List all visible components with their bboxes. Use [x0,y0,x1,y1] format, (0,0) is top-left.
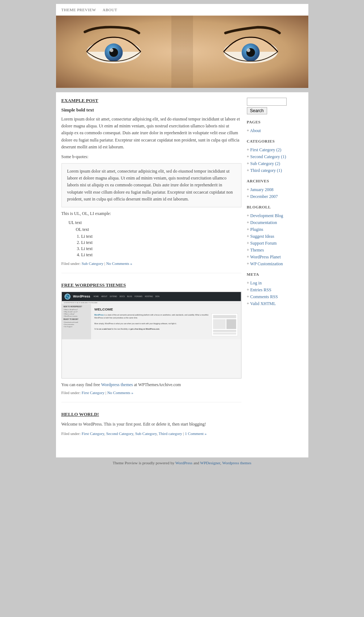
list-item: Comments RSS [247,294,303,300]
category-link-subcategory[interactable]: Sub Category [82,261,103,266]
search-input[interactable] [247,98,287,106]
footer-wordpress-link[interactable]: WordPress [175,461,192,465]
sidebar: Search PAGES About CATEGORIES First Cate… [247,98,303,312]
no-comments-link[interactable]: No Comments » [106,261,132,266]
bquotes-label: Some b-quotes: [61,154,241,160]
blogroll-docs[interactable]: Documentation [250,220,277,225]
main-container: EXAMPLE POST Simple bold text Lorem ipsu… [56,92,309,458]
post-title-link-free-themes[interactable]: FREE WORDPRESS THEMES [61,282,126,288]
list-item: Second Category (1) [247,154,303,160]
content-text: You can easy find free [61,382,101,387]
filed-under-label: Filed under: [61,431,82,436]
blogroll-list: Development Blog Documentation Plugins S… [247,213,303,267]
ordered-list: Li text Li text Li text Li text [81,234,241,258]
post-body-hello-world: Welcome to WordPress. This is your first… [61,421,241,428]
meta-list: Log in Entries RSS Comments RSS Valid XH… [247,280,303,307]
filed-under-label: Filed under: [61,261,82,266]
list-item: About [247,128,303,134]
post-title-example: EXAMPLE POST [61,98,241,103]
list-item: Valid XHTML [247,301,303,307]
categories-title: CATEGORIES [247,139,303,144]
wp-logo: WordPress [64,293,90,300]
cat-sub-link[interactable]: Sub Category (2) [250,161,280,166]
blockquote-content: Lorem ipsum dolor sit amet, consectetur … [61,163,241,207]
list-item: Support Forum [247,241,303,246]
blogroll-plugins[interactable]: Plugins [250,227,263,232]
content-suffix: at WPThemesArchive.com [134,382,181,387]
blogroll-themes[interactable]: Themes [250,248,264,253]
nav-about[interactable]: ABOUT [103,8,117,12]
archive-dec-2007[interactable]: December 2007 [250,194,278,199]
list-item: Li text [81,246,241,252]
post-title-free-themes: FREE WORDPRESS THEMES [61,282,241,288]
archives-list: January 2008 December 2007 [247,187,303,199]
blogroll-wpplanet[interactable]: WordPress Planet [250,254,281,259]
archives-widget: ARCHIVES January 2008 December 2007 [247,179,303,199]
list-item: Li text [81,252,241,258]
wp-mock-header: WordPress HOME ABOUT EXTEND DOCS BLOG FO… [62,292,241,301]
nav-theme-preview[interactable]: THEME PREVIEW [61,8,96,12]
category-second[interactable]: Second Category [106,431,133,436]
no-comments-link-2[interactable]: No Comments » [107,390,133,395]
meta-widget: META Log in Entries RSS Comments RSS Val… [247,272,303,307]
meta-valid-xhtml[interactable]: Valid XHTML [250,301,276,306]
svg-point-5 [110,48,113,52]
list-item: Plugins [247,227,303,232]
ol-label: OL text [76,227,241,232]
list-item: Themes [247,248,303,253]
post-meta-free-themes: Filed under: First Category | No Comment… [61,390,241,395]
category-sub[interactable]: Sub Category [135,431,157,436]
page-about-link[interactable]: About [250,128,261,133]
meta-title: META [247,272,303,278]
pages-title: PAGES [247,120,303,125]
list-item: January 2008 [247,187,303,193]
list-item: Documentation [247,220,303,225]
blogroll-wpcustom[interactable]: WP Customization [250,261,283,266]
categories-widget: CATEGORIES First Category (2) Second Cat… [247,139,303,173]
post-free-themes: FREE WORDPRESS THEMES WordP [61,282,241,402]
list-item: Li text [81,240,241,245]
post-title-hello-world: HELLO WORLD! [61,411,241,417]
footer-designer-link[interactable]: WPDesigner [200,461,220,465]
category-first[interactable]: First Category [82,431,104,436]
cat-third-link[interactable]: Third category (1) [250,168,282,173]
meta-comments-rss[interactable]: Comments RSS [250,294,278,299]
list-intro: This is UL, OL, LI example: [61,211,241,216]
blogroll-suggest[interactable]: Suggest Ideas [250,234,274,239]
list-item: December 2007 [247,194,303,199]
post-title-link-hello-world[interactable]: HELLO WORLD! [61,411,99,417]
wp-screenshot: WordPress HOME ABOUT EXTEND DOCS BLOG FO… [61,292,241,379]
post-hello-world: HELLO WORLD! Welcome to WordPress. This … [61,411,241,443]
meta-login[interactable]: Log in [250,280,262,286]
archive-jan-2008[interactable]: January 2008 [250,187,273,192]
archives-title: ARCHIVES [247,179,303,184]
cat-first-link[interactable]: First Category (2) [250,147,281,152]
content-area: EXAMPLE POST Simple bold text Lorem ipsu… [61,98,241,452]
blogroll-support[interactable]: Support Forum [250,241,277,246]
pages-list: About [247,128,303,134]
blogroll-widget: BLOGROLL Development Blog Documentation … [247,205,303,267]
list-item: Third category (1) [247,168,303,173]
list-item: Suggest Ideas [247,234,303,239]
filed-under-label: Filed under: [61,390,82,395]
blogroll-devblog[interactable]: Development Blog [250,213,283,218]
category-third[interactable]: Third category [159,431,182,436]
list-item: Sub Category (2) [247,161,303,166]
list-item: WordPress Planet [247,254,303,260]
footer-and: and [193,461,200,465]
header-image [56,16,308,88]
post-title-link-example[interactable]: EXAMPLE POST [61,98,98,103]
category-link-first[interactable]: First Category [82,390,104,395]
post-subtitle: Simple bold text [61,107,241,113]
footer-themes-link[interactable]: Wordpress themes [222,461,252,465]
meta-entries-rss[interactable]: Entries RSS [250,287,271,292]
wordpress-themes-link[interactable]: Wordpress themes [101,382,133,387]
list-item: Development Blog [247,213,303,219]
search-button[interactable]: Search [247,107,267,114]
ul-label: UL text [69,220,241,225]
cat-second-link[interactable]: Second Category (1) [250,154,286,159]
list-item: First Category (2) [247,147,303,153]
main-nav: THEME PREVIEW ABOUT [56,4,308,16]
post-example: EXAMPLE POST Simple bold text Lorem ipsu… [61,98,241,273]
comment-link[interactable]: 1 Comment » [185,431,207,436]
